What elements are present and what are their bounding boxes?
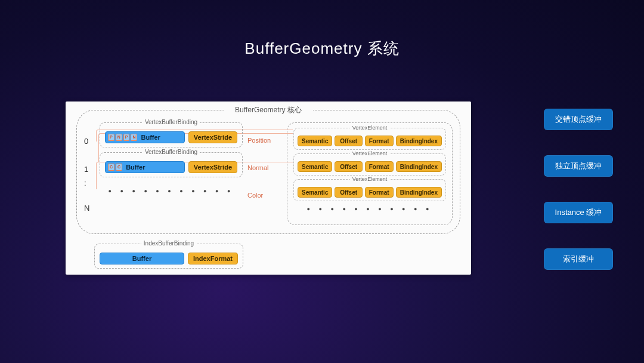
nav-separate-vertex-buffer[interactable]: 独立顶点缓冲 xyxy=(544,155,613,177)
mini-tags: C C xyxy=(108,164,122,171)
ellipsis: ● ● ● ● ● ● ● ● ● ● ● xyxy=(293,205,446,212)
nav-interleaved-vertex-buffer[interactable]: 交错顶点缓冲 xyxy=(544,109,613,130)
index-n: N xyxy=(84,204,89,213)
index-buffer-pill: Buffer xyxy=(100,253,184,264)
nav-instance-buffer[interactable]: Instance 缓冲 xyxy=(544,202,613,223)
buffer-label: Buffer xyxy=(126,164,145,171)
ibb-title: IndexBufferBinding xyxy=(141,240,196,247)
index-format-pill: IndexFormat xyxy=(188,253,238,264)
sidebar: 交错顶点缓冲 独立顶点缓冲 Instance 缓冲 索引缓冲 xyxy=(544,109,613,270)
buffer-pill: P N P N Buffer xyxy=(105,131,185,143)
vertex-buffer-bindings: VertexBufferBinding P N P N Buffer Verte… xyxy=(100,119,243,225)
label-color: Color xyxy=(247,192,282,200)
vertex-buffer-binding-1: VertexBufferBinding C C Buffer VertexStr… xyxy=(100,152,243,177)
mini-tags: P N P N xyxy=(108,134,137,141)
label-position: Position xyxy=(247,137,282,145)
index-buffer-binding: IndexBufferBinding Buffer IndexFormat xyxy=(94,244,243,269)
ellipsis: ● ● ● ● ● ● ● ● ● ● ● xyxy=(100,182,243,195)
index-colon: : xyxy=(84,182,86,184)
vertex-stride-pill: VertexStride xyxy=(188,131,237,143)
buffer-label: Buffer xyxy=(141,134,160,141)
index-0: 0 xyxy=(84,137,88,146)
vertex-element-normal: VertexElement Semantic Offset Format Bin… xyxy=(293,153,446,176)
vertex-element-position: VertexElement Semantic Offset Format Bin… xyxy=(293,128,446,150)
page-title: BufferGeometry 系统 xyxy=(0,38,644,59)
diagram-card: BufferGeometry 核心 0 1 : N VertexBufferBi… xyxy=(66,101,471,275)
nav-index-buffer[interactable]: 索引缓冲 xyxy=(544,248,613,270)
vertex-elements: VertexElement Semantic Offset Format Bin… xyxy=(287,122,453,225)
vertex-element-color: VertexElement Semantic Offset Format Bin… xyxy=(293,179,446,201)
vbb-title: VertexBufferBinding xyxy=(143,119,200,125)
vertex-buffer-binding-0: VertexBufferBinding P N P N Buffer Verte… xyxy=(100,122,243,147)
vbb-title: VertexBufferBinding xyxy=(143,149,200,155)
row-indices: 0 1 : N xyxy=(84,119,95,225)
label-normal: Normal xyxy=(247,164,282,173)
vertex-stride-pill: VertexStride xyxy=(188,161,237,173)
core-title: BufferGeometry 核心 xyxy=(224,105,313,115)
semantic-labels: Position Normal Color xyxy=(247,119,282,225)
index-1: 1 xyxy=(84,165,88,174)
buffer-pill: C C Buffer xyxy=(105,161,185,173)
buffergeometry-core: BufferGeometry 核心 0 1 : N VertexBufferBi… xyxy=(76,110,460,234)
